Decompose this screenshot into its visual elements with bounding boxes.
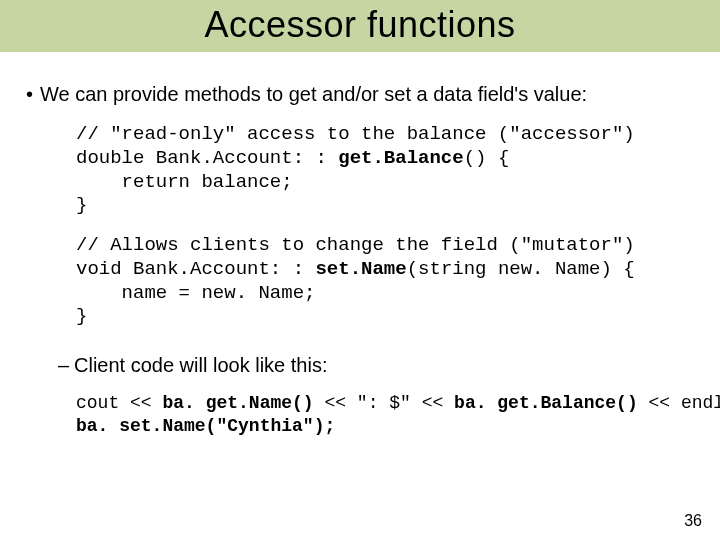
slide-body: •We can provide methods to get and/or se… [0,52,720,437]
page-number: 36 [684,512,702,530]
code-text: name = new. Name; [76,282,315,304]
code-text: << endl; [638,393,720,413]
title-band: Accessor functions [0,0,720,52]
slide-title: Accessor functions [0,4,720,46]
bullet-text: We can provide methods to get and/or set… [40,83,587,105]
code-text: << ": $" << [314,393,454,413]
code-call: ba. set.Name("Cynthia"); [76,416,335,436]
code-method-name: set.Name [315,258,406,280]
code-text: return balance; [76,171,293,193]
code-text: void Bank.Account: : [76,258,315,280]
code-block-mutator: // Allows clients to change the field ("… [76,234,702,329]
code-call: ba. get.Name() [162,393,313,413]
code-method-name: get.Balance [338,147,463,169]
code-comment: // Allows clients to change the field ("… [76,234,635,256]
code-call: ba. get.Balance() [454,393,638,413]
bullet-line: •We can provide methods to get and/or se… [26,82,702,107]
slide: Accessor functions •We can provide metho… [0,0,720,540]
code-text: cout << [76,393,162,413]
code-block-client: cout << ba. get.Name() << ": $" << ba. g… [76,392,702,437]
code-text: } [76,194,87,216]
code-text: (string new. Name) { [407,258,635,280]
sub-bullet-text: Client code will look like this: [74,354,327,376]
code-text: double Bank.Account: : [76,147,338,169]
code-text: } [76,305,87,327]
bullet-icon: • [26,82,40,107]
sub-bullet-line: –Client code will look like this: [58,353,702,378]
code-text: () { [464,147,510,169]
dash-icon: – [58,353,74,378]
code-block-accessor: // "read-only" access to the balance ("a… [76,123,702,218]
code-comment: // "read-only" access to the balance ("a… [76,123,635,145]
